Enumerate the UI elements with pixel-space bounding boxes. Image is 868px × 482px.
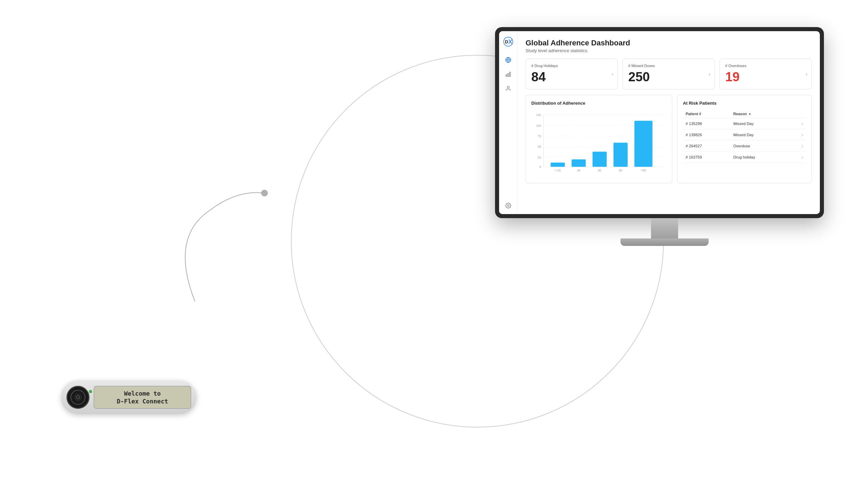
- svg-rect-6: [508, 74, 509, 77]
- risk-patient-2: # 264527: [683, 141, 730, 152]
- risk-reason-0: Missed Day: [731, 118, 791, 129]
- drug-holidays-arrow: ›: [612, 71, 613, 77]
- bar-60: [593, 152, 607, 167]
- risk-table-row[interactable]: # 163759 Drug holiday ›: [683, 152, 806, 163]
- dflex-button-inner: [71, 390, 85, 405]
- bottom-row: Distribution of Adherence: [526, 95, 812, 183]
- svg-point-9: [507, 205, 509, 207]
- svg-text:40: 40: [577, 169, 580, 172]
- svg-text:0: 0: [539, 165, 541, 169]
- dflex-screen-text: Welcome toD-Flex Connect: [117, 390, 168, 405]
- svg-text:75: 75: [538, 134, 541, 138]
- svg-point-29: [75, 394, 81, 400]
- risk-table-row[interactable]: # 264527 Overdose ›: [683, 141, 806, 152]
- monitor-screen-outer: D: [495, 27, 824, 218]
- risk-reason-1: Missed Day: [731, 129, 791, 141]
- svg-point-28: [76, 396, 79, 399]
- bar-gt90: [634, 121, 652, 167]
- svg-text:50: 50: [538, 145, 541, 148]
- risk-table: Patient # Reason ▾ # 135298: [683, 110, 806, 163]
- svg-text:>90: >90: [641, 169, 646, 172]
- stat-card-overdoses[interactable]: # Overdoses 19 ›: [719, 59, 812, 89]
- dflex-device: Welcome toD-Flex Connect: [61, 380, 197, 414]
- overdoses-label: # Overdoses: [725, 64, 806, 68]
- dashboard-title: Global Adherence Dashboard: [526, 39, 812, 47]
- risk-reason-3: Drug holiday: [731, 152, 791, 163]
- reason-sort-icon[interactable]: ▾: [749, 112, 751, 116]
- svg-rect-5: [506, 75, 507, 77]
- svg-text:< 20: < 20: [555, 169, 560, 172]
- risk-patient-3: # 163759: [683, 152, 730, 163]
- scene: D: [0, 0, 868, 482]
- drug-holidays-label: # Drug Holidays: [531, 64, 612, 68]
- col-header-arrow: [791, 110, 806, 118]
- risk-table-row[interactable]: # 139826 Missed Day ›: [683, 129, 806, 141]
- dflex-button[interactable]: [66, 386, 90, 409]
- svg-text:125: 125: [536, 113, 541, 117]
- monitor-stand-base: [620, 238, 709, 246]
- col-header-reason: Reason ▾: [731, 110, 791, 118]
- svg-text:100: 100: [536, 124, 541, 127]
- svg-point-0: [261, 190, 268, 196]
- stat-card-drug-holidays[interactable]: # Drug Holidays 84 ›: [526, 59, 618, 89]
- adherence-chart: 125 100 75 50 25 0: [531, 110, 667, 177]
- sidebar-icon-globe[interactable]: [505, 56, 512, 64]
- monitor-stand-neck: [651, 218, 678, 238]
- svg-text:60: 60: [598, 169, 601, 172]
- missed-doses-label: # Missed Doses: [628, 64, 709, 68]
- risk-patient-0: # 135298: [683, 118, 730, 129]
- risk-reason-2: Overdose: [731, 141, 791, 152]
- svg-point-8: [507, 86, 509, 88]
- svg-text:D: D: [505, 39, 508, 44]
- bar-40: [572, 160, 586, 167]
- svg-rect-7: [509, 72, 510, 77]
- risk-arrow-1[interactable]: ›: [791, 129, 806, 141]
- sidebar-icon-user[interactable]: [505, 85, 512, 92]
- monitor-wrapper: D: [495, 27, 834, 246]
- dflex-indicator: [89, 390, 92, 393]
- overdoses-value: 19: [725, 70, 806, 84]
- dflex-screen: Welcome toD-Flex Connect: [94, 386, 191, 409]
- risk-arrow-2[interactable]: ›: [791, 141, 806, 152]
- svg-text:25: 25: [538, 156, 541, 159]
- chart-panel: Distribution of Adherence: [526, 95, 672, 183]
- drug-holidays-value: 84: [531, 70, 612, 84]
- stat-cards: # Drug Holidays 84 › # Missed Doses 250 …: [526, 59, 812, 89]
- chart-title: Distribution of Adherence: [531, 101, 667, 106]
- svg-text:80: 80: [619, 169, 622, 172]
- risk-patient-1: # 139826: [683, 129, 730, 141]
- stat-card-missed-doses[interactable]: # Missed Doses 250 ›: [623, 59, 715, 89]
- risk-panel-title: At Risk Patients: [683, 101, 806, 106]
- sidebar: D: [499, 31, 517, 214]
- overdoses-arrow: ›: [806, 71, 807, 77]
- risk-arrow-0[interactable]: ›: [791, 118, 806, 129]
- monitor-screen: D: [499, 31, 820, 214]
- col-header-patient: Patient #: [683, 110, 730, 118]
- missed-doses-arrow: ›: [709, 71, 710, 77]
- sidebar-icon-chart[interactable]: [505, 70, 512, 78]
- sidebar-logo: D: [502, 36, 514, 47]
- sidebar-icon-settings[interactable]: [505, 202, 512, 209]
- bar-80: [613, 143, 628, 167]
- main-content: Global Adherence Dashboard Study level a…: [517, 31, 820, 214]
- missed-doses-value: 250: [628, 70, 709, 84]
- chart-area: 125 100 75 50 25 0: [531, 110, 667, 177]
- risk-arrow-3[interactable]: ›: [791, 152, 806, 163]
- dflex-device-wrapper: Welcome toD-Flex Connect: [61, 380, 197, 414]
- risk-panel: At Risk Patients Patient # Reason ▾: [677, 95, 812, 183]
- risk-table-row[interactable]: # 135298 Missed Day ›: [683, 118, 806, 129]
- bar-lt20: [551, 163, 565, 167]
- dashboard-subtitle: Study level adherence statistics.: [526, 48, 812, 53]
